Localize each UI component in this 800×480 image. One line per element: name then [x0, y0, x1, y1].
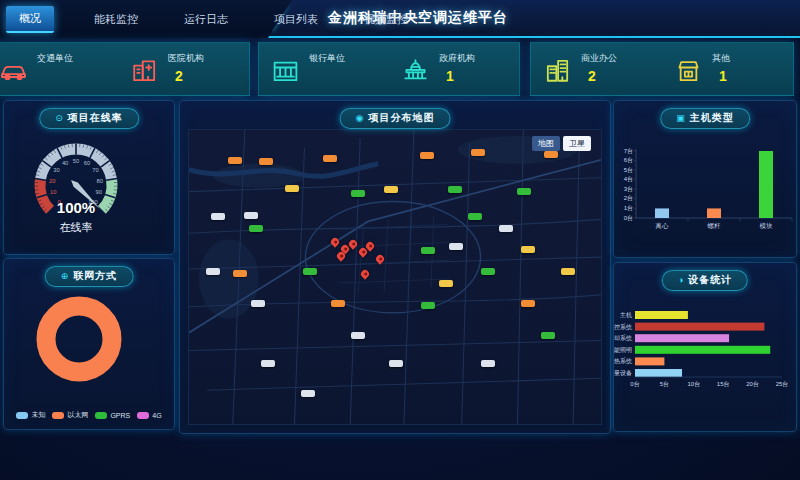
svg-text:30: 30 — [53, 167, 59, 173]
panel-title: 项目在线率 — [68, 111, 123, 125]
panel-title: 项目分布地图 — [368, 111, 434, 125]
svg-text:5台: 5台 — [660, 381, 669, 388]
map-marker[interactable] — [303, 268, 317, 275]
bar-计量设备 — [635, 369, 682, 377]
svg-text:10: 10 — [50, 189, 56, 195]
map-marker[interactable] — [251, 300, 265, 307]
office-icon — [543, 56, 572, 85]
legend-item[interactable]: 4G — [137, 410, 161, 420]
legend-item[interactable]: 以太网 — [52, 410, 88, 420]
legend-label: 4G — [152, 412, 161, 419]
map-marker[interactable] — [323, 155, 337, 162]
legend-item[interactable]: GPRS — [95, 410, 130, 420]
legend-item[interactable]: 未知 — [16, 410, 45, 420]
map-marker[interactable] — [389, 360, 403, 367]
map-marker[interactable] — [468, 213, 482, 220]
map-roads — [189, 130, 601, 424]
map-marker[interactable] — [448, 186, 462, 193]
map-marker[interactable] — [449, 243, 463, 250]
svg-text:90: 90 — [96, 189, 102, 195]
svg-text:智能照明: 智能照明 — [614, 347, 632, 354]
network-icon: ⊕ — [61, 272, 69, 281]
legend-swatch — [137, 412, 149, 419]
bar-离心 — [655, 208, 669, 218]
stat-card-2: 银行单位政府机构1 — [258, 42, 520, 96]
tab-energy-monitor[interactable]: 能耗监控 — [88, 7, 144, 32]
map-marker[interactable] — [499, 225, 513, 232]
map-marker[interactable] — [517, 188, 531, 195]
stat-label: 政府机构 — [439, 52, 475, 65]
map-marker[interactable] — [471, 149, 485, 156]
map-canvas[interactable]: 地图卫星 — [188, 129, 602, 425]
map-marker[interactable] — [561, 268, 575, 275]
map-marker[interactable] — [228, 157, 242, 164]
svg-text:温控系统: 温控系统 — [614, 323, 633, 331]
panel-header: ⊙ 项目在线率 — [39, 108, 139, 129]
map-marker[interactable] — [233, 270, 247, 277]
bar-冷却系统 — [635, 334, 729, 342]
panel-network-type: ⊕ 联网方式 未知以太网GPRS4G — [3, 258, 175, 430]
map-marker[interactable] — [481, 360, 495, 367]
stat-label: 其他 — [712, 52, 730, 65]
bar-智能照明 — [635, 346, 770, 354]
map-marker[interactable] — [521, 246, 535, 253]
map-marker[interactable] — [384, 186, 398, 193]
map-marker[interactable] — [211, 213, 225, 220]
hospital-icon — [130, 56, 159, 85]
map-marker[interactable] — [521, 300, 535, 307]
tab-run-log[interactable]: 运行日志 — [178, 7, 234, 32]
bar-供热系统 — [635, 357, 664, 365]
legend-label: 未知 — [31, 410, 45, 420]
stat-label: 商业办公 — [581, 52, 617, 65]
map-marker[interactable] — [351, 190, 365, 197]
map-marker[interactable] — [285, 185, 299, 192]
stat-value: 1 — [439, 68, 475, 84]
legend-swatch — [95, 412, 107, 419]
stat-card-3: 商业办公2其他1 — [530, 42, 794, 96]
map-marker[interactable] — [301, 390, 315, 397]
map-marker[interactable] — [439, 280, 453, 287]
map-marker[interactable] — [206, 268, 220, 275]
stat-value: 1 — [712, 68, 730, 84]
map-marker[interactable] — [261, 360, 275, 367]
satellite-mode-button[interactable]: 卫星 — [563, 136, 591, 151]
map-marker[interactable] — [421, 247, 435, 254]
map-mode-button[interactable]: 地图 — [532, 136, 560, 151]
stat-item: 交通单位 — [0, 43, 118, 95]
svg-text:离心: 离心 — [655, 222, 670, 229]
svg-text:15台: 15台 — [717, 381, 730, 388]
tab-overview[interactable]: 概况 — [6, 6, 54, 33]
svg-text:0台: 0台 — [630, 381, 639, 388]
tab-video-monitor[interactable]: 视频监控 — [358, 7, 414, 32]
legend-swatch — [16, 412, 28, 419]
svg-text:6台: 6台 — [624, 157, 633, 164]
panel-title: 联网方式 — [73, 269, 117, 283]
panel-header: ◉ 项目分布地图 — [340, 108, 451, 129]
panel-title: 主机类型 — [690, 111, 734, 125]
panel-device-stats: ◑ 设备统计 主机温控系统冷却系统智能照明供热系统计量设备0台5台10台15台2… — [613, 262, 797, 432]
panel-header: ⊕ 联网方式 — [45, 266, 134, 287]
top-nav: 概况能耗监控运行日志项目列表视频监控 金洲科瑞中央空调运维平台 — [0, 0, 800, 38]
government-icon — [401, 56, 430, 85]
svg-text:4台: 4台 — [624, 176, 633, 183]
svg-text:0台: 0台 — [624, 215, 633, 222]
map-marker[interactable] — [541, 332, 555, 339]
map-marker[interactable] — [244, 212, 258, 219]
map-marker[interactable] — [420, 152, 434, 159]
map-marker[interactable] — [544, 151, 558, 158]
map-marker[interactable] — [249, 225, 263, 232]
tab-project-list[interactable]: 项目列表 — [268, 7, 324, 32]
svg-text:60: 60 — [84, 160, 90, 166]
device-stats-icon: ◑ — [678, 276, 683, 285]
map-marker[interactable] — [421, 302, 435, 309]
gauge-icon: ⊙ — [55, 114, 63, 123]
bar-螺杆 — [707, 208, 721, 218]
svg-text:计量设备: 计量设备 — [614, 369, 632, 377]
svg-text:20台: 20台 — [746, 381, 759, 388]
map-marker[interactable] — [351, 332, 365, 339]
bar-温控系统 — [635, 323, 764, 331]
map-marker[interactable] — [331, 300, 345, 307]
map-marker[interactable] — [481, 268, 495, 275]
svg-text:在线率: 在线率 — [60, 221, 93, 233]
map-marker[interactable] — [259, 158, 273, 165]
